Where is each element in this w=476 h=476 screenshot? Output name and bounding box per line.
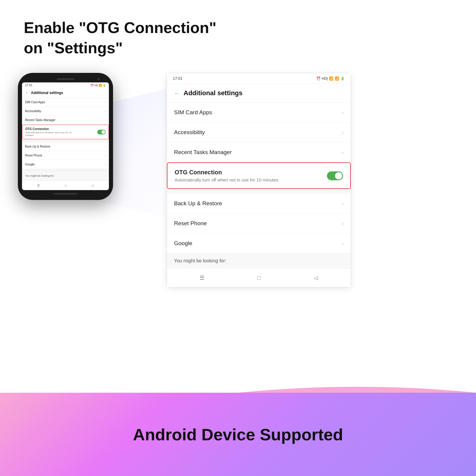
phone-backup-chevron: › xyxy=(105,145,106,148)
headline-line1: Enable "OTG Connection" xyxy=(24,18,452,38)
screen-status-icons: ⏰ HD| 📶 📶 🔋 xyxy=(316,76,345,81)
phone-reset-item[interactable]: Reset Phone › xyxy=(22,151,109,160)
screen-otg-title: OTG Connection xyxy=(175,169,279,176)
bottom-section: Android Device Supported xyxy=(0,393,476,476)
screen-sim-label: SIM Card Apps xyxy=(174,109,212,116)
phone-spacer2 xyxy=(22,169,109,172)
screen-tasks-label: Recent Tasks Manager xyxy=(174,149,232,156)
screen-spacer1 xyxy=(167,189,351,194)
phone-otg-title: OTG Connection xyxy=(25,127,79,131)
alarm-icon: ⏰ xyxy=(90,84,94,87)
screen-reset-label: Reset Phone xyxy=(174,220,207,227)
screen-backup-label: Back Up & Restore xyxy=(174,200,222,207)
hd-icon: HD xyxy=(94,84,98,87)
phone-speaker xyxy=(57,78,74,80)
phone-outer: 17:01 ⏰ HD 📶 🔋 ← Additional settings SIM… xyxy=(18,73,113,200)
phone-back-nav-icon[interactable]: ◁ xyxy=(91,184,94,187)
screen-back-nav-icon[interactable]: ◁ xyxy=(314,275,318,281)
screen-you-might: You might be looking for: xyxy=(167,253,351,268)
screen-backup-chevron: › xyxy=(342,201,344,207)
phone-otg-item[interactable]: OTG Connection Automatically turn off wh… xyxy=(22,125,109,139)
phone-status-icons: ⏰ HD 📶 🔋 xyxy=(90,84,106,87)
screen-alarm-icon: ⏰ xyxy=(316,76,321,81)
phone-you-might: You might be looking for: xyxy=(22,172,109,180)
phone-top-bar xyxy=(22,78,109,80)
phone-tasks-label: Recent Tasks Manager xyxy=(25,118,55,122)
phone-tasks-item[interactable]: Recent Tasks Manager › xyxy=(22,116,109,125)
screen-reset-chevron: › xyxy=(342,220,344,227)
phone-status-bar: 17:01 ⏰ HD 📶 🔋 xyxy=(22,82,109,88)
headline: Enable "OTG Connection" on "Settings" xyxy=(24,18,452,58)
phone-time: 17:01 xyxy=(25,84,32,87)
phone-mockup: 17:01 ⏰ HD 📶 🔋 ← Additional settings SIM… xyxy=(18,73,143,200)
phone-header: ← Additional settings xyxy=(22,88,109,98)
phone-accessibility-chevron: › xyxy=(105,109,106,113)
phone-menu-nav-icon[interactable]: ☰ xyxy=(37,184,40,187)
top-section: Enable "OTG Connection" on "Settings" xyxy=(0,0,476,58)
screen-otg-content: OTG Connection Automatically turn off wh… xyxy=(175,169,279,182)
screen-accessibility-label: Accessibility xyxy=(174,129,205,136)
screen-signal1-icon: 📶 xyxy=(329,76,333,81)
phone-sim-item[interactable]: SIM Card Apps › xyxy=(22,98,109,107)
screen-back-arrow-icon[interactable]: ← xyxy=(174,90,180,97)
footer-text: Android Device Supported xyxy=(133,425,343,444)
screen-accessibility-chevron: › xyxy=(342,129,344,136)
phone-otg-toggle[interactable] xyxy=(97,130,106,134)
screen-status-bar: 17:01 ⏰ HD| 📶 📶 🔋 xyxy=(167,73,351,84)
phone-screen: 17:01 ⏰ HD 📶 🔋 ← Additional settings SIM… xyxy=(22,82,109,190)
phone-otg-subtitle: Automatically turn off when not in use f… xyxy=(25,131,79,137)
screen-reset-item[interactable]: Reset Phone › xyxy=(167,214,351,234)
content-area: 17:01 ⏰ HD 📶 🔋 ← Additional settings SIM… xyxy=(0,67,476,287)
screen-mockup: 17:01 ⏰ HD| 📶 📶 🔋 ← Additional settings … xyxy=(167,73,351,287)
screen-time: 17:01 xyxy=(173,76,183,81)
screen-battery-icon: 🔋 xyxy=(340,76,345,81)
screen-sim-item[interactable]: SIM Card Apps › xyxy=(167,103,351,123)
phone-backup-item[interactable]: Back Up & Restore › xyxy=(22,142,109,151)
phone-google-label: Google xyxy=(25,163,35,166)
signal-icon: 📶 xyxy=(99,84,102,87)
phone-google-chevron: › xyxy=(105,163,106,166)
phone-page-title: Additional settings xyxy=(31,91,63,95)
phone-google-item[interactable]: Google › xyxy=(22,160,109,169)
screen-backup-item[interactable]: Back Up & Restore › xyxy=(167,194,351,214)
battery-icon: 🔋 xyxy=(103,84,106,87)
screen-hd-icon: HD| xyxy=(322,76,328,81)
phone-bottom-nav: ☰ □ ◁ xyxy=(22,181,109,190)
screen-google-chevron: › xyxy=(342,240,344,247)
screen-google-item[interactable]: Google › xyxy=(167,234,351,253)
phone-spacer1 xyxy=(22,139,109,142)
screen-sim-chevron: › xyxy=(342,109,344,116)
screen-tasks-item[interactable]: Recent Tasks Manager › xyxy=(167,143,351,162)
phone-reset-chevron: › xyxy=(105,154,106,157)
screen-bottom-nav: ☰ □ ◁ xyxy=(167,268,351,287)
phone-accessibility-label: Accessibility xyxy=(25,109,41,113)
phone-bottom-indicator xyxy=(22,193,109,195)
screen-tasks-chevron: › xyxy=(342,149,344,156)
phone-home-button[interactable] xyxy=(54,193,77,195)
phone-back-arrow-icon[interactable]: ← xyxy=(25,90,29,95)
headline-line2: on "Settings" xyxy=(24,38,452,58)
phone-accessibility-item[interactable]: Accessibility › xyxy=(22,107,109,116)
screen-page-title: Additional settings xyxy=(184,89,242,97)
screen-accessibility-item[interactable]: Accessibility › xyxy=(167,123,351,143)
screen-menu-nav-icon[interactable]: ☰ xyxy=(200,275,204,281)
screen-signal2-icon: 📶 xyxy=(335,76,339,81)
screen-header: ← Additional settings xyxy=(167,84,351,103)
phone-camera xyxy=(98,78,100,80)
phone-sim-chevron: › xyxy=(105,101,106,104)
phone-home-nav-icon[interactable]: □ xyxy=(65,184,66,187)
screen-otg-subtitle: Automatically turn off when not in use f… xyxy=(175,177,279,182)
phone-reset-label: Reset Phone xyxy=(25,154,42,157)
screen-otg-item[interactable]: OTG Connection Automatically turn off wh… xyxy=(167,162,351,189)
phone-sim-label: SIM Card Apps xyxy=(25,101,45,104)
phone-backup-label: Back Up & Restore xyxy=(25,145,50,148)
screen-otg-toggle[interactable] xyxy=(327,171,343,180)
screen-google-label: Google xyxy=(174,240,192,247)
phone-otg-content: OTG Connection Automatically turn off wh… xyxy=(25,127,79,137)
phone-tasks-chevron: › xyxy=(105,118,106,122)
screen-home-nav-icon[interactable]: □ xyxy=(258,275,261,281)
